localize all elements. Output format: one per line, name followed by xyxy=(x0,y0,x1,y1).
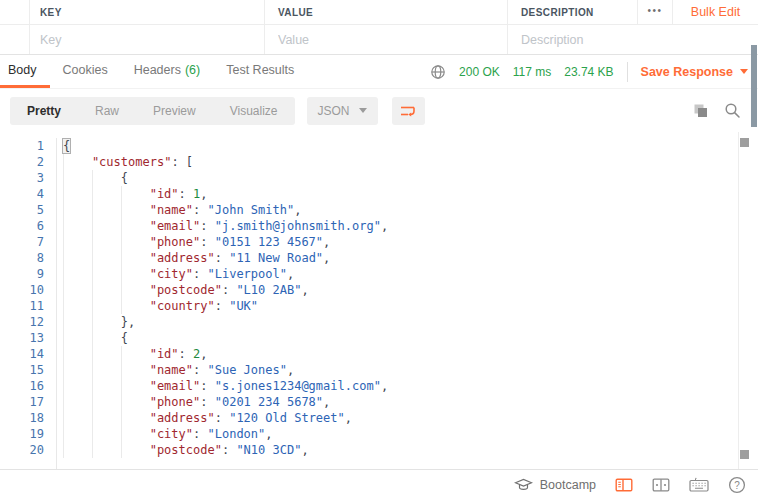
line-number: 14 xyxy=(0,346,57,362)
line-number: 3 xyxy=(0,170,57,186)
indent-guide xyxy=(92,330,121,346)
tab-cookies[interactable]: Cookies xyxy=(50,55,121,88)
tab-headers[interactable]: Headers(6) xyxy=(121,55,214,88)
keyboard-icon xyxy=(689,477,709,493)
tab-label: Cookies xyxy=(63,63,108,77)
indent-guide xyxy=(92,298,121,314)
code-line: 12}, xyxy=(0,314,758,330)
tab-test-results[interactable]: Test Results xyxy=(213,55,307,88)
wrap-lines-icon xyxy=(399,103,417,119)
save-response-button[interactable]: Save Response xyxy=(641,65,748,79)
line-number: 6 xyxy=(0,218,57,234)
search-button[interactable] xyxy=(724,102,741,119)
description-column-header: DESCRIPTION xyxy=(508,0,638,24)
code-content: }, xyxy=(57,314,135,330)
indent-guide xyxy=(63,250,92,266)
code-content: "email": "s.jones1234@gmail.com", xyxy=(57,378,388,394)
indent-guide xyxy=(121,362,150,378)
window-scrollbar-thumb[interactable] xyxy=(751,45,757,127)
code-line: 14"id": 2, xyxy=(0,346,758,362)
language-dropdown[interactable]: JSON xyxy=(307,97,378,125)
code-line: 13{ xyxy=(0,330,758,346)
code-content: "country": "UK" xyxy=(57,298,258,314)
code-content: "email": "j.smith@johnsmith.org", xyxy=(57,218,388,234)
code-content: "city": "Liverpool", xyxy=(57,266,294,282)
code-line: 6"email": "j.smith@johnsmith.org", xyxy=(0,218,758,234)
code-content: { xyxy=(57,330,128,346)
code-line: 15"name": "Sue Jones", xyxy=(0,362,758,378)
help-button[interactable]: ? xyxy=(728,476,746,494)
two-pane-view-button[interactable] xyxy=(652,477,670,493)
tab-label: Body xyxy=(8,63,37,77)
description-input[interactable] xyxy=(521,33,746,47)
indent-guide xyxy=(92,218,121,234)
indent-guide xyxy=(92,314,121,330)
checkbox-cell xyxy=(0,25,30,54)
code-line: 11"country": "UK" xyxy=(0,298,758,314)
code-line: 3{ xyxy=(0,170,758,186)
indent-guide xyxy=(121,378,150,394)
copy-button[interactable] xyxy=(692,102,709,119)
indent-guide xyxy=(92,234,121,250)
indent-guide xyxy=(63,314,92,330)
code-line: 19"city": "London", xyxy=(0,426,758,442)
description-cell xyxy=(508,25,758,54)
bulk-edit-button[interactable]: Bulk Edit xyxy=(673,0,758,24)
line-number: 11 xyxy=(0,298,57,314)
panel-book-icon xyxy=(615,477,633,493)
indent-guide xyxy=(92,426,121,442)
params-header-row: KEY VALUE DESCRIPTION ••• Bulk Edit xyxy=(0,0,758,25)
code-line: 9"city": "Liverpool", xyxy=(0,266,758,282)
tab-body[interactable]: Body xyxy=(0,55,50,88)
view-mode-switcher: PrettyRawPreviewVisualize xyxy=(10,97,295,125)
response-size: 23.74 KB xyxy=(564,65,613,79)
copy-icon xyxy=(692,102,709,119)
view-mode-raw[interactable]: Raw xyxy=(78,97,136,125)
indent-guide xyxy=(92,186,121,202)
indent-guide xyxy=(92,170,121,186)
code-line: 10"postcode": "L10 2AB", xyxy=(0,282,758,298)
wrap-lines-button[interactable] xyxy=(392,97,425,125)
indent-guide xyxy=(63,362,92,378)
params-input-row xyxy=(0,25,758,55)
editor-scrollbar-thumb-bottom[interactable] xyxy=(740,450,749,459)
code-content: "customers": [ xyxy=(57,154,193,170)
line-number: 19 xyxy=(0,426,57,442)
indent-guide xyxy=(63,202,92,218)
view-mode-preview[interactable]: Preview xyxy=(136,97,213,125)
language-label: JSON xyxy=(318,104,350,118)
bootcamp-label: Bootcamp xyxy=(540,478,596,492)
response-body-editor: 1{2"customers": [3{4"id": 1,5"name": "Jo… xyxy=(0,132,758,469)
indent-guide xyxy=(92,362,121,378)
line-number: 7 xyxy=(0,234,57,250)
bootcamp-button[interactable]: Bootcamp xyxy=(514,477,596,492)
editor-scrollbar-thumb[interactable] xyxy=(740,138,749,147)
indent-guide xyxy=(63,298,92,314)
more-actions-button[interactable]: ••• xyxy=(638,0,673,24)
response-status-group: 200 OK 117 ms 23.74 KB Save Response xyxy=(430,55,758,88)
indent-guide xyxy=(121,218,150,234)
save-response-label: Save Response xyxy=(641,65,733,79)
viewer-toolbar: PrettyRawPreviewVisualize JSON xyxy=(0,89,758,132)
code-content: { xyxy=(57,170,128,186)
view-mode-visualize[interactable]: Visualize xyxy=(213,97,295,125)
code-content: "name": "Sue Jones", xyxy=(57,362,294,378)
code-content: "phone": "0201 234 5678", xyxy=(57,394,330,410)
build-view-toggle[interactable] xyxy=(615,477,633,493)
indent-guide xyxy=(63,378,92,394)
indent-guide xyxy=(92,394,121,410)
code-line: 7"phone": "0151 123 4567", xyxy=(0,234,758,250)
divider xyxy=(627,62,628,82)
view-mode-pretty[interactable]: Pretty xyxy=(10,97,78,125)
shortcuts-button[interactable] xyxy=(689,477,709,493)
indent-guide xyxy=(92,346,121,362)
indent-guide xyxy=(63,266,92,282)
value-input[interactable] xyxy=(278,33,496,47)
indent-guide xyxy=(63,394,92,410)
indent-guide xyxy=(92,442,121,458)
indent-guide xyxy=(121,394,150,410)
indent-guide xyxy=(63,234,92,250)
value-header-label: VALUE xyxy=(278,7,313,18)
line-number: 4 xyxy=(0,186,57,202)
key-input[interactable] xyxy=(40,33,253,47)
